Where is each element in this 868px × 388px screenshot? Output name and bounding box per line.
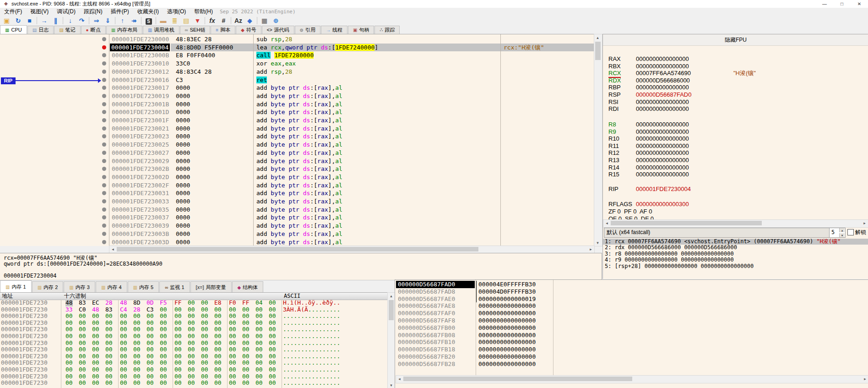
menu-item-0[interactable]: 文件(F) — [0, 7, 26, 16]
disasm-row[interactable]: 000001FDE723002F0000add byte ptr ds:[rax… — [0, 181, 594, 190]
disasm-hscroll-thumb[interactable] — [117, 247, 478, 251]
stack-hscroll-thumb[interactable] — [403, 377, 632, 381]
disasm-row[interactable]: 000001FDE72300290000add byte ptr ds:[rax… — [0, 157, 594, 165]
tab-handles[interactable]: ▣句柄 — [348, 26, 374, 34]
register-row[interactable]: RIP000001FDE7230004 — [603, 186, 868, 193]
stack-row[interactable]: 000000D56687FAF00000000000000000 — [395, 310, 868, 317]
dump-row[interactable]: 000001FDE7230000000000000000000000000000… — [0, 366, 387, 373]
stack-row[interactable]: 000000D56687FB000000000000000000 — [395, 324, 868, 332]
dump-row[interactable]: 000001FDE7230000000000000000000000000000… — [0, 333, 387, 340]
stack-row[interactable]: 000000D56687FAD0000004E0FFFFFB30 — [395, 281, 868, 288]
tab-locals[interactable]: [x=]局部变量 — [190, 281, 232, 293]
tab-call-stack[interactable]: ▥调用堆栈 — [143, 26, 179, 34]
comments-button[interactable]: ≣ — [169, 16, 180, 25]
disasm-row[interactable]: 000001FDE723000448:8D0D F5FF0000lea rcx,… — [0, 44, 594, 52]
tab-threads[interactable]: →线程 — [321, 26, 347, 34]
disasm-row[interactable]: 000001FDE723000048:83EC 28sub rsp,28 — [0, 35, 594, 44]
run-button[interactable]: → — [38, 16, 50, 25]
tab-cpu[interactable]: ▦CPU — [0, 25, 27, 34]
register-row[interactable]: R130000000000000000 — [603, 157, 868, 164]
disasm-row[interactable]: 000001FDE72300390000add byte ptr ds:[rax… — [0, 222, 594, 230]
disasm-row[interactable]: 000001FDE72300170000add byte ptr ds:[rax… — [0, 84, 594, 92]
disasm-row[interactable]: 000001FDE72300350000add byte ptr ds:[rax… — [0, 206, 594, 214]
tab-dump-3[interactable]: ▥内存 3 — [64, 281, 95, 293]
argument-row[interactable]: 3: r8 0000000000000000 0000000000000000 — [603, 251, 868, 257]
tab-seh-chain[interactable]: ∞SEH链 — [180, 26, 211, 34]
unlock-checkbox[interactable] — [847, 229, 854, 235]
scroll-left-icon[interactable]: ◂ — [603, 220, 610, 226]
disasm-row[interactable]: 000001FDE723001F0000add byte ptr ds:[rax… — [0, 116, 594, 125]
register-row[interactable]: RDI0000000000000000 — [603, 105, 868, 113]
argument-row[interactable]: 2: rdx 000000D566686000 000000D566686000 — [603, 245, 868, 251]
dump-row[interactable]: 000001FDE723033C04883C428C30000000000000… — [0, 306, 387, 313]
stack-row[interactable]: 000000D56687FAE80000000000000000 — [395, 302, 868, 310]
disasm-row[interactable]: 000001FDE72300210000add byte ptr ds:[rax… — [0, 125, 594, 133]
scroll-right-icon[interactable]: ▸ — [861, 220, 868, 226]
stop-debuggee-button[interactable]: ■ — [24, 16, 35, 25]
dump-row[interactable]: 000001FDE7230000000000000000000000000000… — [0, 380, 387, 387]
menu-item-1[interactable]: 视图(V) — [26, 7, 53, 16]
dump-row[interactable]: 000001FDE7230000000000000000000000000000… — [0, 360, 387, 366]
step-over-button[interactable]: ↷ — [76, 16, 87, 25]
disasm-row[interactable]: 000001FDE723001033C0xor eax,eax — [0, 60, 594, 68]
stepper-down-icon[interactable]: ▼ — [839, 233, 845, 237]
calling-convention-select[interactable]: 默认 (x64 fastcall) ▼ — [604, 228, 838, 238]
case-button[interactable]: Az — [233, 16, 244, 25]
stack-row[interactable]: 000000D56687FAF80000000000000000 — [395, 317, 868, 324]
argument-count-stepper[interactable]: 5 ▲ ▼ — [829, 228, 846, 238]
tab-dump-5[interactable]: ▥内存 5 — [128, 281, 159, 293]
disasm-row[interactable]: 000001FDE72300330000add byte ptr ds:[rax… — [0, 197, 594, 206]
stack-hscrollbar[interactable]: ◂ ▸ — [396, 375, 868, 383]
pause-button[interactable]: ∥ — [50, 16, 61, 25]
bookmarks-button[interactable]: ▼ — [192, 16, 203, 25]
disasm-row[interactable]: 000001FDE723001248:83C4 28add rsp,28 — [0, 68, 594, 76]
scroll-right-icon[interactable]: ▸ — [862, 376, 868, 382]
trace-over-button[interactable]: ⇓ — [102, 16, 114, 25]
register-row[interactable]: R80000000000000000 — [603, 121, 868, 128]
scroll-left-icon[interactable]: ◂ — [109, 246, 116, 252]
restart-button[interactable]: ↻ — [12, 16, 24, 25]
disasm-row[interactable]: 000001FDE723002B0000add byte ptr ds:[rax… — [0, 165, 594, 173]
menu-item-6[interactable]: 选项(O) — [163, 7, 190, 16]
disasm-row[interactable]: 000001FDE72300310000add byte ptr ds:[rax… — [0, 189, 594, 197]
st epper-up-icon[interactable]: ▲ — [839, 228, 845, 232]
tab-struct[interactable]: ◆结构体 — [232, 281, 264, 293]
register-row[interactable]: RBP0000000000000000 — [603, 84, 868, 91]
dump-row[interactable]: 000001FDE7230000000000000000000000000000… — [0, 313, 387, 320]
tab-breakpoints[interactable]: ●断点 — [81, 26, 106, 34]
functions-button[interactable]: fx — [206, 16, 218, 25]
stack-row[interactable]: 000000D56687FB280000000000000000 — [395, 361, 868, 368]
stack-row[interactable]: 000000D56687FB080000000000000000 — [395, 332, 868, 339]
dump-row[interactable]: 000001FDE7230000000000000000000000000000… — [0, 353, 387, 360]
internet-button[interactable]: ⊕ — [270, 16, 282, 25]
disasm-row[interactable]: 000001FDE72300230000add byte ptr ds:[rax… — [0, 132, 594, 141]
argument-row[interactable]: 4: r9 0000000000000000 0000000000000000 — [603, 257, 868, 263]
tab-dump-4[interactable]: ▥内存 4 — [96, 281, 127, 293]
scroll-up-icon[interactable]: ▴ — [594, 34, 601, 41]
scroll-down-icon[interactable]: ▾ — [594, 240, 601, 246]
menu-item-4[interactable]: 插件(P) — [107, 7, 133, 16]
dump-row[interactable]: 000001FDE7230000000000000000000000000000… — [0, 373, 387, 380]
maximize-button[interactable]: □ — [833, 0, 851, 8]
trace-into-button[interactable]: ⇒ — [91, 16, 102, 25]
register-row[interactable]: R110000000000000000 — [603, 142, 868, 150]
dump-row[interactable]: 000001FDE7230000000000000000000000000000… — [0, 346, 387, 353]
disasm-row[interactable]: 000001FDE723001D0000add byte ptr ds:[rax… — [0, 108, 594, 116]
stack-row[interactable]: 000000D56687FAE00000000000000019 — [395, 295, 868, 303]
stack-row[interactable]: 000000D56687FB100000000000000000 — [395, 339, 868, 346]
tab-script[interactable]: ≡脚本 — [211, 26, 235, 34]
flags-row[interactable]: ZF 0 PF 0 AF 0 — [608, 208, 868, 215]
register-row[interactable]: R90000000000000000 — [603, 128, 868, 136]
open-file-button[interactable]: ▣ — [1, 16, 12, 25]
disasm-row[interactable]: 000001FDE72300190000add byte ptr ds:[rax… — [0, 92, 594, 100]
settings-button[interactable]: S — [143, 16, 154, 25]
register-row[interactable]: R120000000000000000 — [603, 149, 868, 157]
register-row[interactable]: RCX00007FF6AA574690"H浚(镶" — [603, 70, 868, 77]
register-row[interactable]: R140000000000000000 — [603, 164, 868, 171]
tab-notes[interactable]: ▨笔记 — [54, 26, 80, 34]
argument-row[interactable]: 5: [rsp+28] 0000000000000000 00000000000… — [603, 263, 868, 269]
tab-references[interactable]: ⊙引用 — [295, 26, 320, 34]
calculator-button[interactable]: ▦ — [259, 16, 270, 25]
register-row[interactable]: RSP000000D56687FAD0 — [603, 91, 868, 98]
registers-hscrollbar[interactable]: ◂ ▸ — [603, 219, 868, 228]
